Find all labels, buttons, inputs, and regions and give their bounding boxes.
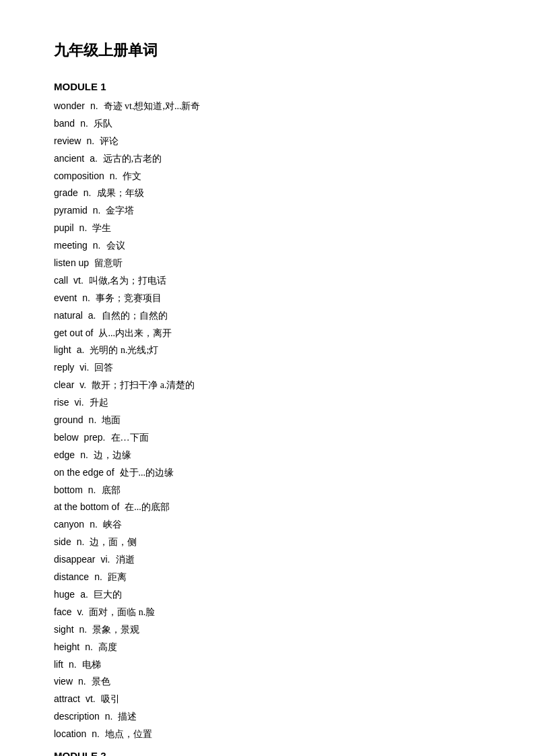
word-chinese: 吸引 [101,694,120,704]
word-pos: n. [93,240,101,251]
word-english: huge [54,589,75,600]
word-item: lighta.光明的 n.光线;灯 [54,342,480,359]
word-english: edge [54,449,75,460]
word-chinese: 作文 [123,171,141,181]
word-english: on the edge of [54,467,114,478]
word-chinese: 地面 [102,415,121,425]
word-pos: a. [90,153,98,164]
word-item: pupiln.学生 [54,220,480,237]
word-english: review [54,135,81,146]
word-pos: vt. [73,275,84,286]
word-english: meeting [54,240,88,251]
word-item: graden.成果；年级 [54,185,480,202]
word-pos: n. [110,170,118,181]
word-item: listen up留意听 [54,255,480,272]
word-english: attract [54,693,80,704]
word-chinese: 乐队 [94,119,112,129]
word-pos: n. [77,536,85,547]
word-chinese: 学生 [92,223,111,233]
word-chinese: 奇迹 vt.想知道,对...新奇 [104,101,201,111]
word-chinese: 峡谷 [103,519,122,530]
word-chinese: 面对，面临 n.脸 [89,607,155,617]
word-chinese: 回答 [94,363,113,373]
word-english: canyon [54,519,84,530]
word-item: naturala.自然的；自然的 [54,307,480,325]
word-pos: n. [79,624,88,635]
word-chinese: 从...内出来，离开 [98,328,172,338]
word-chinese: 远古的,古老的 [103,154,162,164]
word-document: MODULE 1wondern.奇迹 vt.想知道,对...新奇bandn.乐队… [54,81,480,756]
word-item: risevi.升起 [54,394,480,412]
word-pos: n. [90,100,98,111]
word-pos: a. [77,344,85,355]
word-pos: n. [85,641,93,652]
word-chinese: 高度 [98,642,117,652]
word-item: belowprep.在…下面 [54,429,480,447]
word-item: bottomn.底部 [54,482,480,499]
word-chinese: 金字塔 [106,206,134,216]
word-english: composition [54,170,104,181]
word-pos: n. [93,205,101,216]
word-item: compositionn.作文 [54,168,480,185]
word-pos: v. [79,379,86,390]
word-english: pyramid [54,205,88,216]
word-english: sight [54,624,74,635]
word-english: disappear [54,554,96,565]
word-chinese: 会议 [106,241,125,251]
word-chinese: 描述 [118,712,137,722]
word-item: get out of从...内出来，离开 [54,325,480,342]
word-item: descriptionn.描述 [54,708,480,726]
word-pos: prep. [84,432,106,443]
word-list-module1: wondern.奇迹 vt.想知道,对...新奇bandn.乐队reviewn.… [54,98,480,743]
word-pos: n. [92,728,100,739]
word-pos: n. [86,135,94,146]
word-chinese: 散开；打扫干净 a.清楚的 [92,380,195,390]
word-chinese: 评论 [100,136,119,146]
word-pos: n. [69,659,77,670]
word-pos: vi. [75,397,84,408]
word-english: event [54,292,77,303]
word-item: eventn.事务；竞赛项目 [54,290,480,307]
word-item: meetingn.会议 [54,237,480,255]
word-chinese: 地点，位置 [105,729,152,739]
word-item: groundn.地面 [54,412,480,429]
word-item: clearv.散开；打扫干净 a.清楚的 [54,377,480,394]
word-item: siden.边，面，侧 [54,534,480,551]
word-pos: n. [90,519,98,530]
word-english: grade [54,187,78,198]
word-english: pupil [54,222,74,233]
word-item: canyonn.峡谷 [54,516,480,534]
word-pos: n. [89,414,97,425]
page-title: 九年级上册单词 [54,40,480,61]
word-pos: n. [94,571,102,582]
word-english: face [54,606,71,617]
word-english: lift [54,659,63,670]
word-item: distancen.距离 [54,569,480,586]
word-item: bandn.乐队 [54,115,480,133]
word-item: ancienta.远古的,古老的 [54,150,480,168]
word-english: ancient [54,153,84,164]
word-chinese: 光明的 n.光线;灯 [90,345,158,355]
word-english: side [54,536,71,547]
word-english: at the bottom of [54,501,119,512]
word-item: replyvi.回答 [54,359,480,377]
word-chinese: 升起 [90,398,108,408]
word-item: callvt.叫做,名为；打电话 [54,272,480,290]
word-chinese: 距离 [108,572,127,582]
word-english: get out of [54,327,93,338]
word-item: disappearvi.消逝 [54,551,480,569]
word-item: facev.面对，面临 n.脸 [54,604,480,621]
word-english: wonder [54,100,85,111]
word-chinese: 电梯 [82,660,101,670]
word-chinese: 留意听 [94,258,123,268]
word-english: band [54,118,75,129]
word-pos: a. [88,310,96,321]
word-chinese: 事务；竞赛项目 [96,293,162,303]
word-english: bottom [54,484,83,495]
word-chinese: 在...的底部 [125,502,170,512]
word-item: hugea.巨大的 [54,586,480,604]
word-pos: n. [84,187,92,198]
word-item: heightn.高度 [54,639,480,656]
module-title-module1: MODULE 1 [54,81,480,92]
word-chinese: 巨大的 [94,590,122,600]
